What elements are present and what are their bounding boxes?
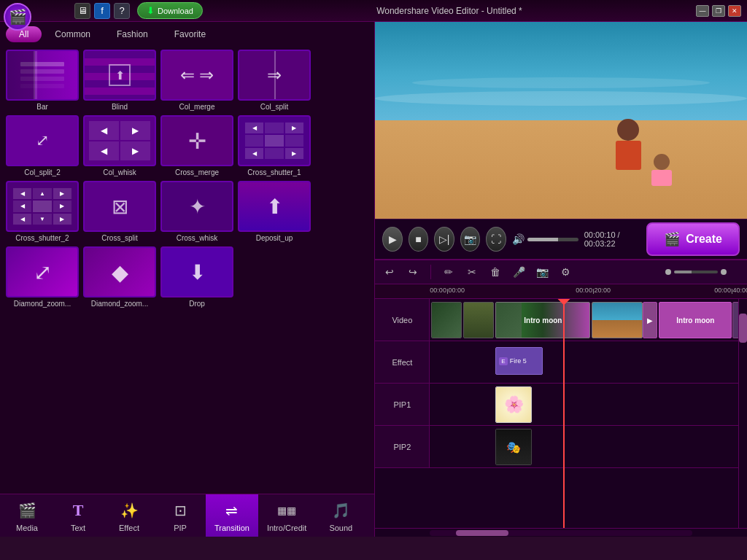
redo-button[interactable]: ↪ xyxy=(404,263,422,281)
right-scroll-thumb[interactable] xyxy=(739,314,747,343)
preview-image xyxy=(375,22,747,219)
nav-tab-intro-credit[interactable]: ▦▦ Intro/Credit xyxy=(258,494,315,537)
transition-col-split-2-label: Col_split_2 xyxy=(24,168,60,176)
zoom-slider[interactable] xyxy=(674,271,718,273)
clip-beach[interactable] xyxy=(592,302,643,338)
transition-blind[interactable]: ⬆ Blind xyxy=(83,50,156,111)
track-video-content[interactable]: Intro moon ▶ Intro moon xyxy=(430,299,738,341)
effect-icon: ✨ xyxy=(117,499,141,522)
create-button-wrap: 🎬 Create xyxy=(646,222,740,256)
clip-intro-moon-2[interactable]: Intro moon xyxy=(659,302,732,338)
timeline-body: Video Intro moon xyxy=(375,299,747,528)
transition-col-whisk[interactable]: ◀ ▶ ◀ ▶ Col_whisk xyxy=(83,115,156,176)
close-button[interactable]: ✕ xyxy=(728,5,741,17)
beach-sand xyxy=(375,120,747,219)
bottom-scrollbar[interactable] xyxy=(375,528,747,537)
transition-diamond-zoom-2[interactable]: ◆ Diamond_zoom... xyxy=(83,246,156,308)
title-bar: 🎬 🖥 f ? ⬇ Download Wondershare Video Edi… xyxy=(0,0,747,22)
transition-drop[interactable]: ⬇ Drop xyxy=(160,246,233,308)
track-pip1-label: PIP1 xyxy=(375,384,430,425)
taskbar-icon-2[interactable]: f xyxy=(94,3,110,19)
transition-cross-split[interactable]: ⊠ Cross_split xyxy=(83,181,156,242)
transition-cross-shutter-1[interactable]: ◀ ▶ ◀ ▶ Cross_shutter_1 xyxy=(238,115,311,176)
transition-deposit-up[interactable]: ⬆ Deposit_up xyxy=(238,181,311,242)
track-pip2-content[interactable]: 🎭 xyxy=(430,426,738,467)
scroll-thumb[interactable] xyxy=(456,530,508,536)
track-pip2-label: PIP2 xyxy=(375,426,430,467)
transition-drop-label: Drop xyxy=(189,300,205,308)
transition-col-split[interactable]: ⇒ Col_split xyxy=(238,50,311,111)
create-icon: 🎬 xyxy=(664,231,680,247)
taskbar-icon-1[interactable]: 🖥 xyxy=(74,3,90,19)
transition-cross-whisk-label: Cross_whisk xyxy=(177,234,218,242)
zoom-plus[interactable] xyxy=(721,269,727,275)
track-pip2: PIP2 🎭 xyxy=(375,426,738,468)
snapshot-tool[interactable]: 📷 xyxy=(533,263,551,281)
nav-tab-media[interactable]: 🎬 Media xyxy=(1,494,53,537)
nav-tab-text[interactable]: T Text xyxy=(53,494,104,537)
transition-col-split-2[interactable]: ⤢ Col_split_2 xyxy=(6,115,79,176)
clip-transition-1[interactable]: ▶ xyxy=(643,302,657,338)
nav-tab-text-label: Text xyxy=(71,524,85,532)
filter-tab-fashion[interactable]: Fashion xyxy=(104,26,161,42)
transition-deposit-up-label: Deposit_up xyxy=(256,234,293,242)
clip-2[interactable] xyxy=(463,302,494,338)
transition-cross-shutter-2[interactable]: ◀ ▲ ▶ ◀ ▶ ◀ ▼ ▶ Cross_shutter_2 xyxy=(6,181,79,242)
delete-tool[interactable]: 🗑 xyxy=(487,263,504,281)
nav-tab-effect[interactable]: ✨ Effect xyxy=(104,494,155,537)
transition-cross-whisk[interactable]: ✦ Cross_whisk xyxy=(160,181,233,242)
download-button-wrap[interactable]: ⬇ Download xyxy=(137,2,203,19)
undo-button[interactable]: ↩ xyxy=(381,263,398,281)
nav-tab-transition[interactable]: ⇌ Transition xyxy=(206,494,258,537)
transition-cross-merge[interactable]: ✛ Cross_merge xyxy=(160,115,233,176)
cut-tool[interactable]: ✂ xyxy=(463,263,481,281)
snapshot-button[interactable]: 📷 xyxy=(460,227,480,252)
transition-col-merge[interactable]: ⇐ ⇒ Col_merge xyxy=(160,50,233,111)
fullscreen-button[interactable]: ⛶ xyxy=(486,227,506,252)
transition-col-whisk-label: Col_whisk xyxy=(103,168,136,176)
transition-cross-merge-label: Cross_merge xyxy=(175,168,219,176)
pip2-clip[interactable]: 🎭 xyxy=(495,429,532,465)
transition-col-split-label: Col_split xyxy=(260,103,288,111)
step-forward-button[interactable]: ▷| xyxy=(434,227,454,252)
settings-tool[interactable]: ⚙ xyxy=(557,263,574,281)
maximize-button[interactable]: ❐ xyxy=(712,5,725,17)
download-button[interactable]: ⬇ Download xyxy=(137,2,203,19)
filter-tab-favorite[interactable]: Favorite xyxy=(161,26,219,42)
clip-1[interactable] xyxy=(431,302,462,338)
scroll-track[interactable] xyxy=(430,530,692,536)
track-pip1-content[interactable]: 🌸 xyxy=(430,384,738,425)
volume-slider[interactable] xyxy=(527,238,578,241)
ruler-mark-1: 00:00:20:00 xyxy=(576,287,611,294)
nav-tab-sound[interactable]: 🎵 Sound xyxy=(315,494,366,537)
transition-diamond-zoom-1[interactable]: ⤢ Diamond_zoom... xyxy=(6,246,79,308)
clip-end[interactable]: 🎞 xyxy=(732,302,738,338)
transition-icon: ⇌ xyxy=(220,499,244,522)
text-icon: T xyxy=(66,499,90,522)
nav-tab-pip[interactable]: ⊡ PIP xyxy=(155,494,206,537)
track-effect-label: Effect xyxy=(375,341,430,383)
voiceover-tool[interactable]: 🎤 xyxy=(510,263,527,281)
right-scrollbar[interactable] xyxy=(738,299,747,528)
pencil-tool[interactable]: ✏ xyxy=(440,263,457,281)
timeline: ↩ ↪ ✏ ✂ 🗑 🎤 📷 ⚙ 00:00:00:00 xyxy=(375,259,747,537)
track-effect-content[interactable]: EFire 5 xyxy=(430,341,738,383)
nav-tab-intro-credit-label: Intro/Credit xyxy=(267,524,306,532)
transition-bar[interactable]: Bar xyxy=(6,50,79,111)
playhead[interactable] xyxy=(563,299,565,528)
filter-tab-common[interactable]: Common xyxy=(42,26,104,42)
minimize-button[interactable]: — xyxy=(696,5,709,17)
effect-clip-fire[interactable]: EFire 5 xyxy=(495,347,543,375)
taskbar-icon-3[interactable]: ? xyxy=(114,3,130,19)
zoom-minus[interactable] xyxy=(665,269,671,275)
stop-button[interactable]: ■ xyxy=(409,227,428,252)
transition-bar-label: Bar xyxy=(36,103,48,111)
nav-tabs: 🎬 Media T Text ✨ Effect ⊡ PIP ⇌ Transiti… xyxy=(0,494,374,537)
create-button[interactable]: 🎬 Create xyxy=(646,222,740,256)
media-icon: 🎬 xyxy=(15,499,39,522)
play-button[interactable]: ▶ xyxy=(382,227,402,252)
beach-water xyxy=(375,22,747,131)
clip-intro-moon-1[interactable]: Intro moon xyxy=(495,302,590,338)
volume-icon[interactable]: 🔊 xyxy=(512,233,525,245)
pip1-clip[interactable]: 🌸 xyxy=(495,386,532,423)
